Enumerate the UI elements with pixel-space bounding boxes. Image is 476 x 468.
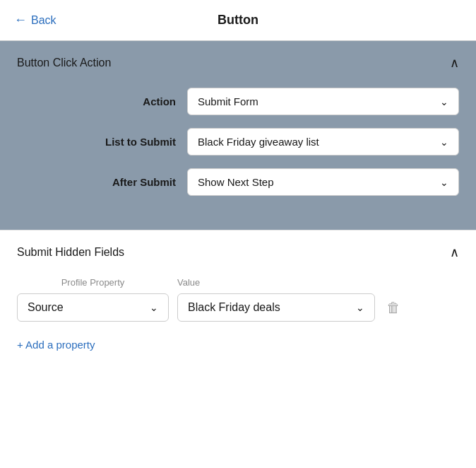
list-to-submit-label: List to Submit: [91, 136, 176, 148]
submit-hidden-fields-collapse-icon[interactable]: ∧: [450, 245, 459, 260]
list-to-submit-chevron-icon: ⌄: [440, 136, 448, 148]
action-label: Action: [91, 95, 176, 107]
profile-property-dropdown[interactable]: Source ⌄: [17, 293, 169, 322]
submit-hidden-fields-section: Submit Hidden Fields ∧ Profile Property …: [0, 230, 476, 373]
button-click-action-collapse-icon[interactable]: ∧: [450, 55, 459, 71]
value-col-label: Value: [177, 277, 368, 288]
list-to-submit-value: Black Friday giveaway list: [198, 136, 319, 148]
profile-property-value: Source: [28, 301, 64, 314]
action-dropdown-value: Submit Form: [198, 95, 258, 107]
action-dropdown[interactable]: Submit Form ⌄: [187, 88, 459, 115]
action-dropdown-chevron-icon: ⌄: [440, 96, 448, 107]
after-submit-label: After Submit: [91, 176, 176, 188]
submit-hidden-fields-title: Submit Hidden Fields: [17, 246, 124, 259]
back-arrow-icon: ←: [14, 13, 27, 28]
header: ← Back Button: [0, 0, 476, 41]
list-to-submit-dropdown[interactable]: Black Friday giveaway list ⌄: [187, 128, 459, 156]
action-row: Action Submit Form ⌄: [17, 88, 459, 115]
back-label: Back: [31, 14, 56, 27]
button-click-action-title: Button Click Action: [17, 57, 111, 69]
after-submit-value: Show Next Step: [198, 176, 274, 188]
page-title: Button: [218, 13, 258, 28]
list-to-submit-row: List to Submit Black Friday giveaway lis…: [17, 128, 459, 156]
after-submit-row: After Submit Show Next Step ⌄: [17, 168, 459, 196]
delete-field-icon[interactable]: 🗑: [386, 300, 400, 316]
after-submit-dropdown[interactable]: Show Next Step ⌄: [187, 168, 459, 196]
button-click-action-section: Button Click Action ∧ Action Submit Form…: [0, 41, 476, 230]
submit-hidden-fields-header: Submit Hidden Fields ∧: [17, 245, 459, 260]
button-click-action-header: Button Click Action ∧: [17, 55, 459, 71]
profile-property-chevron-icon: ⌄: [150, 302, 158, 313]
back-button[interactable]: ← Back: [14, 13, 56, 28]
field-value-dropdown[interactable]: Black Friday deals ⌄: [177, 293, 375, 322]
field-value-chevron-icon: ⌄: [356, 302, 364, 313]
profile-property-col-label: Profile Property: [17, 277, 169, 288]
hidden-field-row: Source ⌄ Black Friday deals ⌄ 🗑: [17, 293, 459, 322]
after-submit-chevron-icon: ⌄: [440, 177, 448, 188]
add-property-button[interactable]: + Add a property: [17, 339, 95, 351]
col-labels-row: Profile Property Value: [17, 277, 459, 288]
field-value: Black Friday deals: [188, 301, 280, 314]
